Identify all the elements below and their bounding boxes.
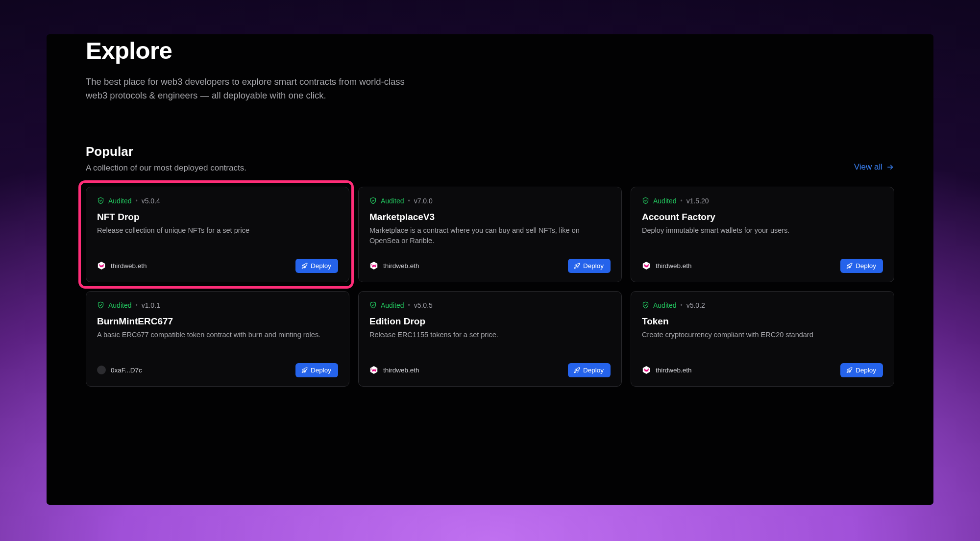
deploy-button[interactable]: Deploy: [295, 363, 338, 377]
card-meta: Audited • v7.0.0: [369, 197, 611, 205]
audited-badge: Audited: [381, 301, 404, 309]
version-label: v1.5.20: [686, 197, 709, 205]
version-label: v5.0.4: [142, 197, 160, 205]
cards-grid: Audited • v5.0.4 NFT Drop Release collec…: [86, 187, 894, 387]
version-label: v5.0.5: [414, 301, 433, 309]
separator-dot: •: [135, 302, 137, 309]
author-label: 0xaF...D7c: [111, 367, 142, 374]
shield-check-icon: [97, 301, 104, 309]
card-meta: Audited • v5.0.4: [97, 197, 338, 205]
card-title: Token: [642, 316, 883, 327]
card-author[interactable]: thirdweb.eth: [642, 366, 692, 374]
card-title: BurnMintERC677: [97, 316, 338, 327]
version-label: v5.0.2: [686, 301, 705, 309]
card-meta: Audited • v5.0.5: [369, 301, 611, 309]
deploy-button[interactable]: Deploy: [840, 259, 883, 273]
rocket-icon: [574, 367, 580, 373]
card-author[interactable]: thirdweb.eth: [369, 261, 419, 270]
separator-dot: •: [680, 302, 682, 309]
author-label: thirdweb.eth: [656, 262, 692, 270]
generic-avatar-icon: [97, 366, 106, 374]
deploy-button[interactable]: Deploy: [840, 363, 883, 377]
section-subtitle: A collection of our most deployed contra…: [86, 163, 246, 173]
deploy-label: Deploy: [311, 262, 331, 270]
thirdweb-avatar-icon: [369, 366, 378, 374]
card-title: Edition Drop: [369, 316, 611, 327]
author-label: thirdweb.eth: [656, 367, 692, 374]
contract-card-account-factory[interactable]: Audited • v1.5.20 Account Factory Deploy…: [631, 187, 894, 282]
contract-card-nft-drop[interactable]: Audited • v5.0.4 NFT Drop Release collec…: [86, 187, 349, 282]
card-meta: Audited • v1.0.1: [97, 301, 338, 309]
thirdweb-avatar-icon: [642, 261, 651, 270]
card-title: Account Factory: [642, 212, 883, 222]
audited-badge: Audited: [381, 197, 404, 205]
card-author[interactable]: thirdweb.eth: [642, 261, 692, 270]
deploy-button[interactable]: Deploy: [568, 259, 611, 273]
deploy-label: Deploy: [311, 367, 331, 374]
deploy-button[interactable]: Deploy: [568, 363, 611, 377]
deploy-label: Deploy: [856, 367, 876, 374]
shield-check-icon: [642, 197, 649, 204]
thirdweb-avatar-icon: [642, 366, 651, 374]
card-description: Release collection of unique NFTs for a …: [97, 225, 338, 236]
deploy-label: Deploy: [583, 262, 604, 270]
section-header: Popular A collection of our most deploye…: [86, 144, 894, 173]
audited-badge: Audited: [108, 197, 131, 205]
rocket-icon: [846, 367, 853, 373]
shield-check-icon: [97, 197, 104, 204]
author-label: thirdweb.eth: [383, 262, 419, 270]
deploy-label: Deploy: [583, 367, 604, 374]
card-title: MarketplaceV3: [369, 212, 611, 222]
rocket-icon: [301, 367, 308, 373]
card-author[interactable]: 0xaF...D7c: [97, 366, 142, 374]
version-label: v1.0.1: [142, 301, 160, 309]
rocket-icon: [574, 263, 580, 269]
separator-dot: •: [680, 197, 682, 204]
page-title: Explore: [86, 34, 894, 64]
card-author[interactable]: thirdweb.eth: [97, 261, 147, 270]
thirdweb-avatar-icon: [369, 261, 378, 270]
audited-badge: Audited: [653, 197, 676, 205]
card-description: Create cryptocurrency compliant with ERC…: [642, 330, 883, 340]
card-description: Deploy immutable smart wallets for your …: [642, 225, 883, 236]
card-author[interactable]: thirdweb.eth: [369, 366, 419, 374]
card-description: A basic ERC677 compatible token contract…: [97, 330, 338, 340]
shield-check-icon: [369, 197, 377, 204]
version-label: v7.0.0: [414, 197, 433, 205]
audited-badge: Audited: [653, 301, 676, 309]
arrow-right-icon: [886, 163, 894, 171]
section-title: Popular: [86, 144, 246, 159]
explore-window: Explore The best place for web3 develope…: [47, 34, 933, 505]
view-all-label: View all: [854, 162, 882, 172]
page-subtitle: The best place for web3 developers to ex…: [86, 75, 409, 102]
contract-card-marketplacev3[interactable]: Audited • v7.0.0 MarketplaceV3 Marketpla…: [358, 187, 622, 282]
separator-dot: •: [408, 302, 410, 309]
author-label: thirdweb.eth: [383, 367, 419, 374]
view-all-link[interactable]: View all: [854, 162, 894, 172]
rocket-icon: [301, 263, 308, 269]
card-title: NFT Drop: [97, 212, 338, 222]
separator-dot: •: [135, 197, 137, 204]
thirdweb-avatar-icon: [97, 261, 106, 270]
card-meta: Audited • v1.5.20: [642, 197, 883, 205]
shield-check-icon: [369, 301, 377, 309]
author-label: thirdweb.eth: [111, 262, 147, 270]
contract-card-edition-drop[interactable]: Audited • v5.0.5 Edition Drop Release ER…: [358, 291, 622, 387]
contract-card-token[interactable]: Audited • v5.0.2 Token Create cryptocurr…: [631, 291, 894, 387]
rocket-icon: [846, 263, 853, 269]
card-description: Release ERC1155 tokens for a set price.: [369, 330, 611, 340]
audited-badge: Audited: [108, 301, 131, 309]
deploy-label: Deploy: [856, 262, 876, 270]
deploy-button[interactable]: Deploy: [295, 259, 338, 273]
contract-card-burnminterc677[interactable]: Audited • v1.0.1 BurnMintERC677 A basic …: [86, 291, 349, 387]
card-meta: Audited • v5.0.2: [642, 301, 883, 309]
card-description: Marketplace is a contract where you can …: [369, 225, 611, 246]
separator-dot: •: [408, 197, 410, 204]
shield-check-icon: [642, 301, 649, 309]
